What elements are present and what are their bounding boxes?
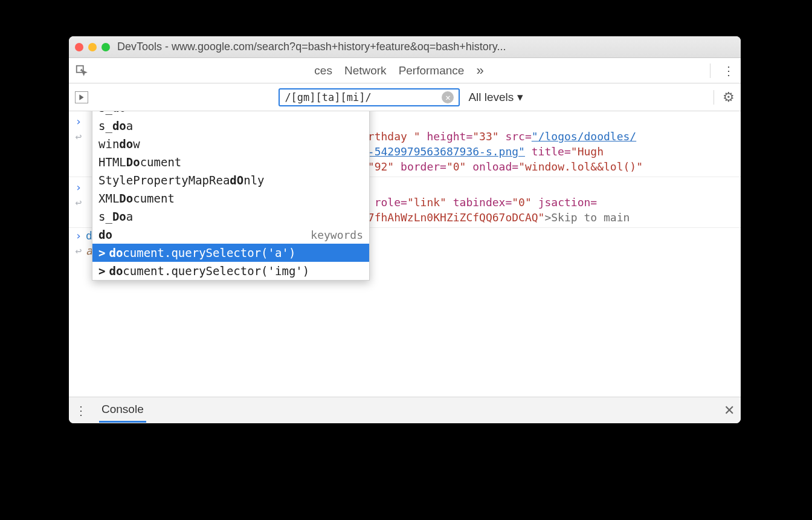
console-body: onmousedownonpointerdowns_dos_doawindowH… [69,111,741,397]
autocomplete-item[interactable]: window [92,135,369,153]
panel-tabs: ces Network Performance » ⋮ [69,58,741,83]
filter-value: /[gm][ta][mi]/ [285,91,371,103]
autocomplete-history-item[interactable]: >document.querySelector('img') [92,262,369,280]
autocomplete-item[interactable]: XMLDocument [92,189,369,207]
window-title: DevTools - www.google.com/search?q=bash+… [117,41,735,53]
prompt-icon: › [71,229,86,242]
titlebar[interactable]: DevTools - www.google.com/search?q=bash+… [69,36,741,58]
zoom-icon[interactable] [102,43,110,51]
drawer-tab-console[interactable]: Console [99,398,146,423]
minimize-icon[interactable] [88,43,97,51]
autocomplete-item[interactable]: s_do [92,111,369,117]
sidebar-toggle-icon[interactable] [75,91,88,103]
return-icon: ↩ [71,244,86,257]
return-icon: ↩ [71,130,86,143]
autocomplete-history-item[interactable]: >document.querySelector('a') [92,244,369,262]
divider [714,90,714,105]
traffic-lights [75,43,110,51]
drawer: ⋮ Console ✕ [69,397,741,423]
kebab-menu-icon[interactable]: ⋮ [723,65,735,77]
tab-network[interactable]: Network [344,64,387,77]
expand-icon[interactable]: › [71,181,86,193]
tab-performance[interactable]: Performance [399,64,465,77]
close-icon[interactable] [75,43,83,51]
return-icon: ↩ [71,196,86,209]
overflow-tabs-icon[interactable]: » [476,63,483,79]
filter-input[interactable]: /[gm][ta][mi]/ ✕ [279,88,460,106]
expand-icon[interactable]: › [71,115,86,128]
console-toolbar: /[gm][ta][mi]/ ✕ All levels ▾ ⚙ [69,83,741,111]
autocomplete-item[interactable]: StylePropertyMapReadOnly [92,171,369,189]
autocomplete-popup: onmousedownonpointerdowns_dos_doawindowH… [92,111,370,281]
inspect-element-icon[interactable] [75,64,88,77]
log-levels-dropdown[interactable]: All levels ▾ [468,90,523,104]
close-drawer-icon[interactable]: ✕ [724,403,735,418]
drawer-menu-icon[interactable]: ⋮ [75,405,87,417]
autocomplete-item[interactable]: dokeywords [92,226,369,244]
autocomplete-item[interactable]: HTMLDocument [92,153,369,171]
tab-sources-partial[interactable]: ces [314,64,332,77]
devtools-window: DevTools - www.google.com/search?q=bash+… [69,36,741,423]
autocomplete-item[interactable]: s_Doa [92,207,369,226]
settings-icon[interactable]: ⚙ [723,89,735,105]
clear-filter-icon[interactable]: ✕ [442,91,454,103]
autocomplete-item[interactable]: s_doa [92,117,369,135]
divider [710,63,710,78]
